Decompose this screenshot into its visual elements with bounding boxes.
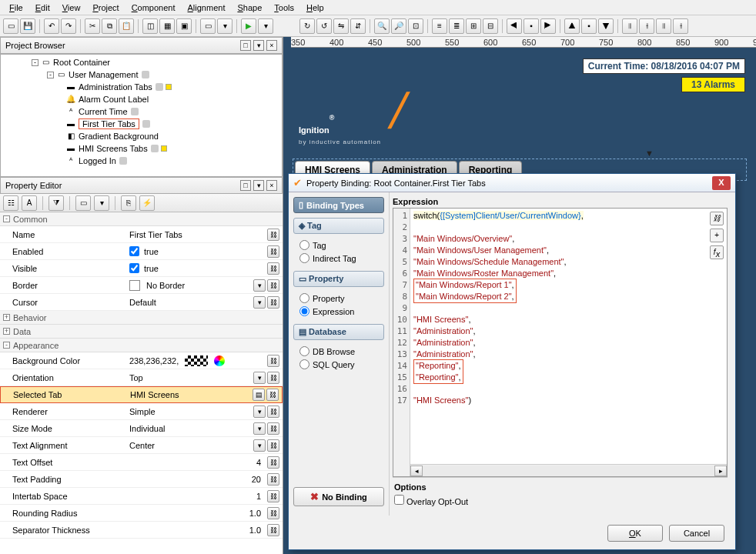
tb-zoomin-icon[interactable]: 🔍: [374, 18, 390, 34]
pt-az-icon[interactable]: A: [22, 195, 37, 211]
section-data[interactable]: +Data: [0, 325, 283, 339]
pt-filter-icon[interactable]: ⧩: [49, 195, 64, 211]
tb-copy-icon[interactable]: ⧉: [102, 18, 117, 34]
tb-al-b-icon[interactable]: ⯆: [598, 18, 614, 34]
scroll-left-icon[interactable]: ◂: [410, 466, 423, 476]
pe-menu-icon[interactable]: ▾: [253, 180, 264, 191]
tb-zoomout-icon[interactable]: 🔎: [391, 18, 406, 34]
pt-cat-icon[interactable]: ☷: [3, 195, 18, 211]
tree-first-tier-tabs[interactable]: ▬First Tier Tabs: [2, 118, 280, 130]
prop-name[interactable]: NameFirst Tier Tabs⛓: [0, 226, 283, 243]
pt-layout-icon[interactable]: ▭: [75, 195, 91, 211]
menu-edit[interactable]: Edit: [29, 2, 56, 14]
pt-link-icon[interactable]: ⎘: [121, 195, 136, 211]
opt-expression[interactable]: Expression: [299, 306, 384, 316]
tb-cut-icon[interactable]: ✂: [85, 18, 100, 34]
bind-icon[interactable]: ⛓: [267, 490, 279, 502]
colorwheel-icon[interactable]: [214, 355, 225, 366]
tb-rot2-icon[interactable]: ↺: [316, 18, 332, 34]
no-binding-button[interactable]: ✖No Binding: [293, 487, 384, 506]
section-behavior[interactable]: +Behavior: [0, 311, 283, 325]
menu-component[interactable]: Component: [125, 2, 182, 14]
prop-septhick[interactable]: Separator Thickness1.0⛓: [0, 522, 283, 539]
menu-help[interactable]: Help: [300, 2, 330, 14]
tb-comp-icon[interactable]: ▣: [176, 18, 192, 34]
tb-al-t-icon[interactable]: ⯅: [564, 18, 580, 34]
menu-shape[interactable]: Shape: [231, 2, 268, 14]
section-common[interactable]: -Common: [0, 212, 283, 226]
insert-func-icon[interactable]: fx: [710, 245, 724, 259]
tb-rot1-icon[interactable]: ↻: [299, 18, 315, 34]
bind-icon[interactable]: ⛓: [267, 422, 279, 435]
edit-icon[interactable]: ▤: [253, 389, 265, 401]
group-database[interactable]: ▤ Database: [293, 324, 384, 340]
menu-view[interactable]: View: [56, 2, 87, 14]
prop-visible[interactable]: Visibletrue⛓: [0, 260, 283, 277]
prop-bgcolor[interactable]: Background Color238,236,232,⛓: [0, 352, 283, 369]
h-scrollbar[interactable]: ◂▸: [410, 464, 727, 476]
dd-icon[interactable]: ▾: [253, 279, 266, 292]
tree-alarm-count[interactable]: 🔔Alarm Count Label: [2, 93, 280, 105]
menu-file[interactable]: File: [3, 2, 29, 14]
bind-icon[interactable]: ⛓: [267, 473, 279, 486]
tb-dist3-icon[interactable]: ⫴: [656, 18, 671, 34]
pt-event-icon[interactable]: ⚡: [139, 195, 155, 211]
bind-icon[interactable]: ⛓: [267, 507, 279, 519]
tree-logged-in[interactable]: ᴬLogged In: [2, 155, 280, 167]
handle-icon[interactable]: ▼: [645, 149, 654, 158]
pe-close-icon[interactable]: ×: [266, 180, 277, 191]
scroll-right-icon[interactable]: ▸: [714, 466, 727, 476]
tb-dist2-icon[interactable]: ⫲: [639, 18, 654, 34]
bind-icon[interactable]: ⛓: [267, 229, 279, 241]
tree-user-management[interactable]: -▭User Management: [2, 68, 280, 81]
tb-dist1-icon[interactable]: ⫴: [622, 18, 637, 34]
tb-new-icon[interactable]: ▭: [3, 18, 18, 34]
prop-renderer[interactable]: RendererSimple▾⛓: [0, 403, 283, 420]
tb-img-icon[interactable]: ▦: [159, 18, 175, 34]
bind-icon[interactable]: ⛓: [267, 405, 279, 418]
tb-db-icon[interactable]: ◫: [142, 18, 158, 34]
expression-editor[interactable]: 1234567891011121314151617 switch({[Syste…: [393, 208, 728, 477]
tb-al-m-icon[interactable]: ▪: [581, 18, 597, 34]
tree-hmi-screens-tabs[interactable]: ▬HMI Screens Tabs: [2, 142, 280, 155]
tb-align3-icon[interactable]: ⊞: [466, 18, 481, 34]
prop-sizemode[interactable]: Size ModeIndividual▾⛓: [0, 420, 283, 437]
bind-icon[interactable]: ⛓: [267, 279, 279, 292]
tree-administration-tabs[interactable]: ▬Administration Tabs: [2, 81, 280, 93]
overlay-optout[interactable]: Overlay Opt-Out: [394, 497, 468, 506]
tree-gradient-bg[interactable]: ◧Gradient Background: [2, 130, 280, 142]
menu-project[interactable]: Project: [86, 2, 125, 14]
dd-icon[interactable]: ▾: [253, 405, 266, 418]
pb-pin-icon[interactable]: □: [240, 40, 251, 51]
dd-icon[interactable]: ▾: [253, 422, 266, 435]
tb-save-icon[interactable]: 💾: [20, 18, 35, 34]
opt-property[interactable]: Property: [299, 293, 384, 303]
tree-root-container[interactable]: -▭Root Container: [2, 56, 280, 68]
tree-current-time[interactable]: ᴬCurrent Time: [2, 105, 280, 118]
cancel-button[interactable]: Cancel: [669, 525, 724, 542]
tb-dd2-icon[interactable]: ▾: [258, 18, 273, 34]
prop-border[interactable]: BorderNo Border▾⛓: [0, 277, 283, 294]
menu-alignment[interactable]: Alignment: [182, 2, 232, 14]
bind-icon[interactable]: ⛓: [267, 439, 279, 452]
opt-tag[interactable]: Tag: [299, 240, 384, 250]
menu-tools[interactable]: Tools: [268, 2, 300, 14]
tb-window-icon[interactable]: ▭: [200, 18, 216, 34]
code-area[interactable]: switch({[System]Client/User/CurrentWindo…: [410, 209, 727, 476]
enabled-checkbox[interactable]: [129, 246, 139, 256]
pe-pin-icon[interactable]: □: [240, 180, 251, 191]
tb-zoomfit-icon[interactable]: ⊡: [408, 18, 423, 34]
tb-dd-icon[interactable]: ▾: [217, 18, 232, 34]
tb-al-l-icon[interactable]: ⯇: [507, 18, 522, 34]
opt-db-browse[interactable]: DB Browse: [299, 346, 384, 356]
tb-undo-icon[interactable]: ↶: [44, 18, 59, 34]
tb-align4-icon[interactable]: ⊟: [483, 18, 498, 34]
tb-run-icon[interactable]: ▶: [241, 18, 256, 34]
bind-icon[interactable]: ⛓: [266, 389, 279, 401]
bind-icon[interactable]: ⛓: [267, 262, 279, 275]
tb-al-r-icon[interactable]: ⯈: [540, 18, 556, 34]
opt-sql-query[interactable]: SQL Query: [299, 359, 384, 369]
prop-cursor[interactable]: CursorDefault▾⛓: [0, 294, 283, 311]
prop-selected-tab[interactable]: Selected Tab HMI Screens▤⛓: [0, 386, 283, 403]
close-icon[interactable]: X: [712, 176, 731, 190]
